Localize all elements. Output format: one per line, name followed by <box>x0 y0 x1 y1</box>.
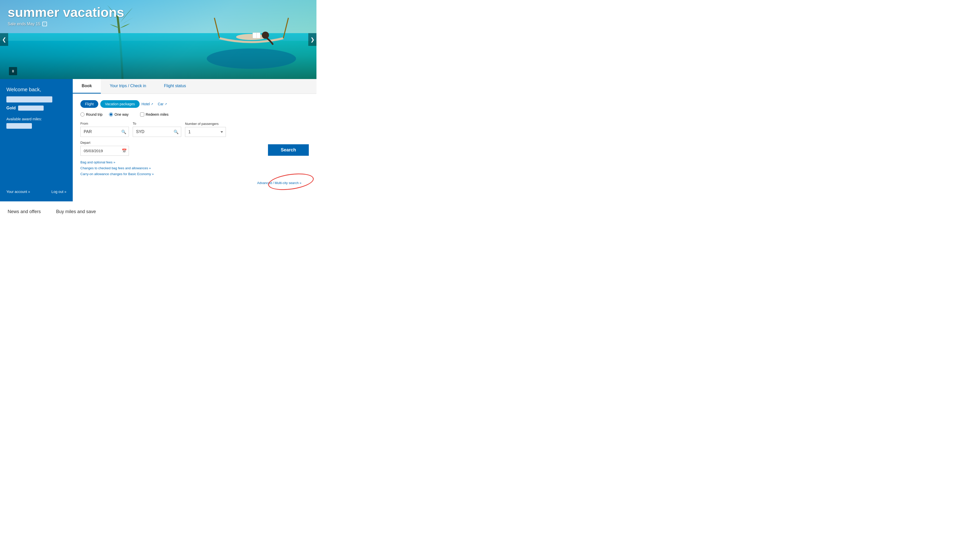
round-trip-radio[interactable] <box>81 112 84 117</box>
car-link[interactable]: Car ↗ <box>158 102 167 106</box>
hero-banner: summer vacations Sale ends May 15 ❮ ❯ ⏸ <box>0 0 316 79</box>
one-way-radio[interactable] <box>109 112 113 117</box>
award-miles-label: Available award miles: <box>7 117 66 121</box>
redeem-miles-label[interactable]: Redeem miles <box>140 112 168 117</box>
to-group: To 🔍 <box>133 121 181 137</box>
hero-title: summer vacations <box>8 5 124 20</box>
main-content: Welcome back, Gold Available award miles… <box>0 79 316 201</box>
trip-type-row: Round trip One way Redeem miles <box>81 112 309 117</box>
advanced-search-row: Advanced / Multi-city search » <box>81 178 309 188</box>
advanced-search-link[interactable]: Advanced / Multi-city search » <box>255 180 304 186</box>
gold-status-row: Gold <box>7 105 66 111</box>
booking-panel: Book Your trips / Check in Flight status… <box>73 79 316 201</box>
flight-pill[interactable]: Flight <box>81 100 98 108</box>
round-trip-label[interactable]: Round trip <box>81 112 102 117</box>
to-input[interactable] <box>133 127 181 137</box>
user-name-bar <box>7 96 52 102</box>
to-input-wrapper: 🔍 <box>133 127 181 137</box>
from-group: From 🔍 <box>81 121 129 137</box>
sidebar: Welcome back, Gold Available award miles… <box>0 79 73 201</box>
depart-group: Depart 📅 <box>81 141 129 156</box>
external-link-icon <box>42 22 47 26</box>
booking-form: Flight Vacation packages Hotel ↗ Car ↗ R… <box>73 94 316 194</box>
depart-input[interactable] <box>81 146 129 156</box>
origin-destination-row: From 🔍 To 🔍 Number of passengers <box>81 121 309 137</box>
depart-input-wrapper: 📅 <box>81 146 129 156</box>
carry-on-link[interactable]: Carry-on allowance changes for Basic Eco… <box>81 172 309 176</box>
car-external-icon: ↗ <box>165 102 167 106</box>
hotel-external-icon: ↗ <box>151 102 153 106</box>
gold-label: Gold <box>7 106 16 110</box>
from-input[interactable] <box>81 127 129 137</box>
redeem-miles-checkbox[interactable] <box>140 112 144 117</box>
tab-your-trips[interactable]: Your trips / Check in <box>101 79 155 94</box>
to-label: To <box>133 121 181 125</box>
buy-miles-heading: Buy miles and save <box>56 209 96 214</box>
tab-book[interactable]: Book <box>73 79 101 94</box>
welcome-text: Welcome back, <box>7 87 66 92</box>
log-out-link[interactable]: Log out » <box>51 190 66 194</box>
depart-label: Depart <box>81 141 129 144</box>
tab-bar: Book Your trips / Check in Flight status <box>73 79 316 94</box>
hero-prev-button[interactable]: ❮ <box>0 33 8 46</box>
hammock-decoration <box>207 13 296 69</box>
passengers-label: Number of passengers <box>185 122 226 126</box>
svg-line-1 <box>214 18 219 38</box>
depart-search-row: Depart 📅 Search <box>81 141 309 156</box>
hotel-link[interactable]: Hotel ↗ <box>142 102 153 106</box>
form-links: Bag and optional fees » Changes to check… <box>81 160 309 176</box>
tab-flight-status[interactable]: Flight status <box>155 79 195 94</box>
search-button[interactable]: Search <box>268 144 309 156</box>
bottom-section: News and offers Buy miles and save <box>0 201 316 222</box>
sidebar-footer: Your account » Log out » <box>7 187 66 194</box>
sale-ends-text: Sale ends May 15 <box>8 22 124 26</box>
news-offers-heading: News and offers <box>8 209 41 214</box>
passengers-group: Number of passengers 1 2 3 4 5 6 <box>185 122 226 137</box>
service-type-row: Flight Vacation packages Hotel ↗ Car ↗ <box>81 100 309 108</box>
one-way-label[interactable]: One way <box>109 112 128 117</box>
miles-bar <box>7 123 32 129</box>
svg-line-2 <box>283 18 288 38</box>
from-label: From <box>81 121 129 125</box>
bag-fees-link[interactable]: Bag and optional fees » <box>81 160 309 164</box>
vacation-packages-pill[interactable]: Vacation packages <box>100 100 139 108</box>
hero-text-block: summer vacations Sale ends May 15 <box>8 5 124 26</box>
from-input-wrapper: 🔍 <box>81 127 129 137</box>
checked-bag-link[interactable]: Changes to checked bag fees and allowanc… <box>81 166 309 170</box>
gold-status-bar <box>18 105 44 111</box>
passengers-select[interactable]: 1 2 3 4 5 6 <box>185 127 226 137</box>
hero-pause-button[interactable]: ⏸ <box>9 67 17 75</box>
hero-next-button[interactable]: ❯ <box>308 33 316 46</box>
search-button-group: Search <box>268 144 309 156</box>
your-account-link[interactable]: Your account » <box>7 190 30 194</box>
svg-point-0 <box>207 48 296 69</box>
